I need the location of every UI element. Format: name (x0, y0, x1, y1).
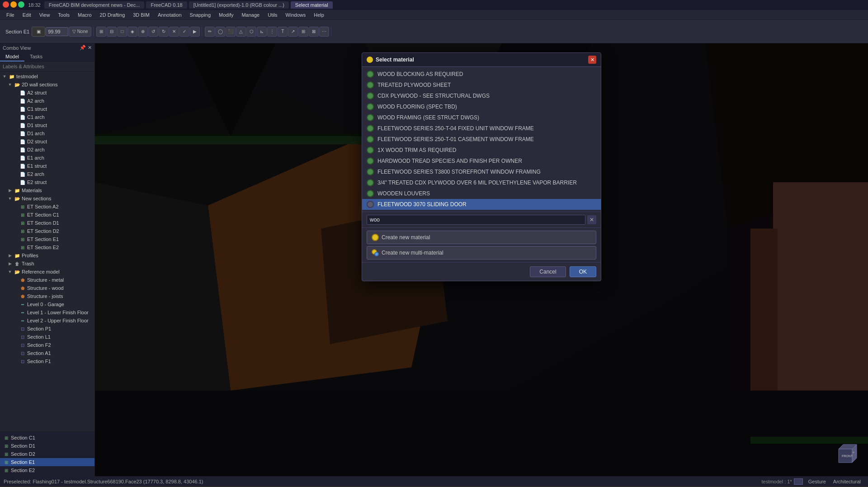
tree-e1-arch[interactable]: 📄 E1 arch (0, 154, 94, 162)
tab-model[interactable]: Model (0, 52, 24, 61)
combo-pin-icon[interactable]: 📌 (80, 45, 86, 51)
menu-annotation[interactable]: Annotation (154, 11, 185, 19)
menu-3d-bim[interactable]: 3D BIM (129, 11, 153, 19)
snap-dropdown[interactable]: ▽ None (69, 27, 91, 37)
tree-et-section-d1[interactable]: ⊞ ET Section D1 (0, 219, 94, 227)
tree-et-section-a2[interactable]: ⊞ ET Section A2 (0, 203, 94, 211)
tab-untitled[interactable]: [Untitled1] (exported)-1.0 (RGB colour .… (189, 1, 289, 9)
tree-struct-joists[interactable]: ⬟ Structure - joists (0, 292, 94, 300)
menu-view[interactable]: View (36, 11, 54, 19)
material-item-7[interactable]: 1X WOOD TRIM AS REQUIRED (362, 145, 601, 156)
bottom-section-d1[interactable]: ⊞ Section D1 (0, 442, 94, 450)
tree-section-l1[interactable]: ⊡ Section L1 (0, 333, 94, 341)
tree-section-f1[interactable]: ⊡ Section F1 (0, 357, 94, 365)
tree-level-1[interactable]: ━ Level 1 - Lower Finish Floor (0, 308, 94, 317)
view-btn-6[interactable]: ↺ (148, 27, 158, 37)
tree-et-section-e1[interactable]: ⊞ ET Section E1 (0, 235, 94, 243)
tree-et-section-d2[interactable]: ⊞ ET Section D2 (0, 227, 94, 235)
tree-et-section-e2[interactable]: ⊞ ET Section E2 (0, 243, 94, 251)
draw-btn-10[interactable]: ⊞ (298, 27, 308, 37)
material-item-5[interactable]: FLEETWOOD SERIES 250-T-04 FIXED UNIT WIN… (362, 123, 601, 134)
material-item-12[interactable]: FLEETWOOD 3070 SLIDING DOOR (362, 199, 601, 210)
menu-utils[interactable]: Utils (264, 11, 281, 19)
material-item-11[interactable]: WOODEN LOUVERS (362, 188, 601, 199)
draw-btn-6[interactable]: ⊾ (257, 27, 267, 37)
menu-edit[interactable]: Edit (19, 11, 35, 19)
view-btn-7[interactable]: ↻ (159, 27, 169, 37)
2d-wall-expander[interactable]: ▼ (7, 82, 13, 87)
view-btn-9[interactable]: ✓ (179, 27, 189, 37)
close-button[interactable] (3, 1, 9, 8)
view-btn-2[interactable]: ⊟ (107, 27, 117, 37)
create-new-multi-material-button[interactable]: Create new multi-material (367, 246, 596, 260)
tree-section-a1[interactable]: ⊡ Section A1 (0, 349, 94, 357)
material-item-8[interactable]: HARDWOOD TREAD SPECIES AND FINISH PER OW… (362, 156, 601, 166)
menu-snapping[interactable]: Snapping (186, 11, 215, 19)
draw-btn-3[interactable]: ⬛ (226, 27, 236, 37)
tree-reference-model[interactable]: ▼ 📂 Reference model (0, 268, 94, 276)
tree-new-sections[interactable]: ▼ 📂 New sections (0, 194, 94, 203)
tree-a2-struct[interactable]: 📄 A2 struct (0, 89, 94, 97)
tree-e2-struct[interactable]: 📄 E2 struct (0, 178, 94, 186)
material-item-1[interactable]: TREATED PLYWOOD SHEET (362, 80, 601, 90)
draw-btn-2[interactable]: ◯ (215, 27, 225, 37)
viewport[interactable]: Select material ✕ WOOD BLOCKING AS REQUI… (95, 43, 868, 476)
draw-btn-11[interactable]: ⊠ (309, 27, 319, 37)
tree-c1-arch[interactable]: 📄 C1 arch (0, 113, 94, 121)
tree-struct-wood[interactable]: ⬟ Structure - wood (0, 284, 94, 292)
material-item-0[interactable]: WOOD BLOCKING AS REQUIRED (362, 69, 601, 80)
menu-macro[interactable]: Macro (74, 11, 95, 19)
menu-help[interactable]: Help (310, 11, 328, 19)
tree-materials[interactable]: ▶ 📁 Materials (0, 186, 94, 194)
tree-a2-arch[interactable]: 📄 A2 arch (0, 97, 94, 105)
tree-view[interactable]: ▼ 📁 testmodel ▼ 📂 2D wall sections 📄 A2 … (0, 71, 94, 431)
tree-section-p1[interactable]: ⊡ Section P1 (0, 325, 94, 333)
tree-level-2[interactable]: ━ Level 2 - Upper Finish Floor (0, 317, 94, 325)
tab-freecad-news[interactable]: FreeCAD BIM development news - Dec... (44, 1, 145, 9)
mat-expander[interactable]: ▶ (7, 188, 13, 193)
material-item-10[interactable]: 3/4" TREATED CDX PLYWOOD OVER 6 MIL POLY… (362, 177, 601, 188)
tree-section-f2[interactable]: ⊡ Section F2 (0, 341, 94, 349)
tree-d1-struct[interactable]: 📄 D1 struct (0, 121, 94, 129)
material-item-6[interactable]: FLEETWOOD SERIES 250-T-01 CASEMENT WINDO… (362, 134, 601, 145)
tree-level-0[interactable]: ━ Level 0 - Garage (0, 300, 94, 308)
search-clear-button[interactable]: ✕ (587, 215, 596, 224)
bottom-section-e1[interactable]: ⊞ Section E1 (0, 458, 94, 466)
bottom-section-d2[interactable]: ⊞ Section D2 (0, 450, 94, 458)
nav-cube[interactable]: FRONT R (832, 440, 859, 467)
section-color-btn[interactable]: ▣ (32, 27, 45, 37)
draw-btn-1[interactable]: ✏ (205, 27, 215, 37)
view-btn-8[interactable]: ✕ (169, 27, 179, 37)
tree-e1-struct[interactable]: 📄 E1 struct (0, 162, 94, 170)
menu-modify[interactable]: Modify (215, 11, 237, 19)
material-item-3[interactable]: WOOD FLOORING (SPEC TBD) (362, 101, 601, 112)
ok-button[interactable]: OK (570, 266, 596, 277)
dialog-close-button[interactable]: ✕ (588, 56, 596, 64)
draw-btn-5[interactable]: ⬡ (246, 27, 256, 37)
material-item-9[interactable]: FLEETWOOD SERIES T3800 STOREFRONT WINDOW… (362, 166, 601, 177)
draw-btn-8[interactable]: T (278, 27, 288, 37)
combo-close-icon[interactable]: ✕ (88, 45, 92, 51)
tree-d1-arch[interactable]: 📄 D1 arch (0, 129, 94, 137)
draw-btn-7[interactable]: ⋮ (267, 27, 277, 37)
tree-trash[interactable]: ▶ 🗑 Trash (0, 260, 94, 268)
material-list[interactable]: WOOD BLOCKING AS REQUIRED TREATED PLYWOO… (362, 67, 601, 212)
tab-select-material[interactable]: Select material (291, 1, 333, 9)
root-expander[interactable]: ▼ (2, 74, 7, 79)
draw-btn-9[interactable]: ↗ (288, 27, 298, 37)
menu-tools[interactable]: Tools (54, 11, 73, 19)
view-btn-10[interactable]: ▶ (190, 27, 200, 37)
tree-et-section-c1[interactable]: ⊞ ET Section C1 (0, 211, 94, 219)
tab-freecad-018[interactable]: FreeCAD 0.18 (146, 1, 187, 9)
view-btn-1[interactable]: ⊞ (96, 27, 106, 37)
tree-struct-metal[interactable]: ⬟ Structure - metal (0, 276, 94, 284)
newsec-expander[interactable]: ▼ (7, 196, 13, 201)
tree-profiles[interactable]: ▶ 📁 Profiles (0, 251, 94, 260)
material-search-input[interactable] (367, 215, 585, 225)
tree-d2-struct[interactable]: 📄 D2 struct (0, 137, 94, 146)
menu-manage[interactable]: Manage (238, 11, 263, 19)
minimize-button[interactable] (10, 1, 17, 8)
view-btn-3[interactable]: □ (117, 27, 127, 37)
draw-btn-4[interactable]: △ (236, 27, 246, 37)
tree-root[interactable]: ▼ 📁 testmodel (0, 72, 94, 80)
